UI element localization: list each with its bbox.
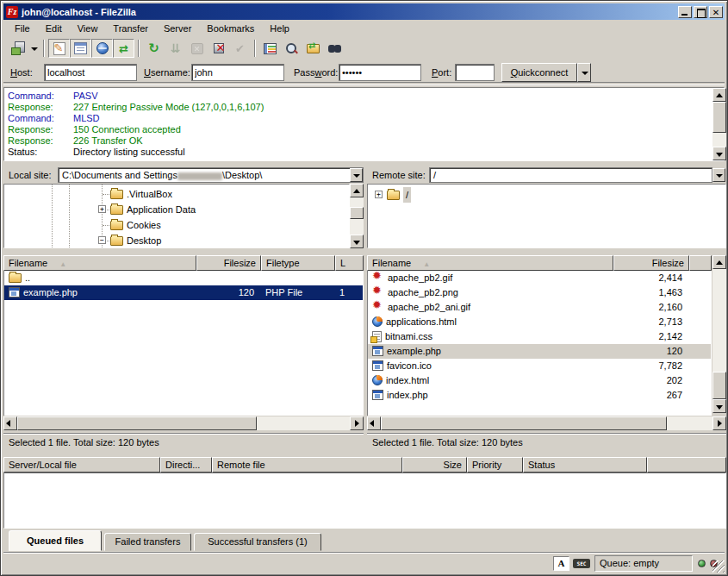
quickconnect-button[interactable]: Quickconnect [501,63,577,82]
filename-text: applications.html [386,316,457,327]
tree-item-cookies[interactable]: Cookies [4,217,349,233]
remote-hscrollbar-thumb[interactable] [381,416,667,430]
tree-item--virtualbox[interactable]: .VirtualBox [4,186,349,202]
port-input[interactable] [455,64,495,81]
local-directory-tree: .VirtualBox+Application DataCookies−Desk… [3,184,350,248]
log-scroll-down-button[interactable] [712,147,726,160]
local-hscroll-left-button[interactable] [3,416,17,430]
remote-list-scroll-down-button[interactable] [712,399,726,413]
menu-item-bookmarks[interactable]: Bookmarks [199,22,262,35]
queue-column-header-size[interactable]: Size [402,457,467,473]
menu-item-file[interactable]: File [7,22,38,35]
menu-item-transfer[interactable]: Transfer [105,22,156,35]
password-input[interactable] [339,64,421,81]
queue-column-header-serverlocalfile[interactable]: Server/Local file [3,457,160,473]
synchronized-browsing-button[interactable] [302,39,324,58]
username-input[interactable] [191,64,284,81]
filesize-cell: 2,142 [614,329,690,344]
column-header-filetype[interactable]: Filetype [261,255,335,271]
column-header-filename[interactable]: Filename▲ [367,255,613,271]
local-tree-toggle-button[interactable] [70,39,91,58]
expand-icon[interactable]: + [98,205,106,213]
log-line: Command:PASV [8,91,724,102]
tree-item-desktop[interactable]: −Desktop [4,233,349,248]
queue-column-header-priority[interactable]: Priority [467,457,523,473]
filename-text: index.php [387,390,428,400]
queue-column-header-status[interactable]: Status [523,457,647,473]
filename-cell: applications.html [368,315,614,329]
file-row-index-php[interactable]: index.php267 [368,388,711,403]
filename-filters-button[interactable] [281,39,302,58]
remote-list-scroll-up-button[interactable] [712,255,726,269]
file-row-example-php[interactable]: example.php120 [368,344,711,359]
file-row-apache-pb2-ani-gif[interactable]: apache_pb2_ani.gif2,160 [368,300,711,315]
column-header-l[interactable]: L [335,255,364,271]
log-scrollbar-thumb[interactable] [712,102,726,133]
filename-cell: favicon.ico [368,359,614,373]
resize-grip[interactable] [712,560,725,573]
site-manager-button[interactable] [7,39,28,58]
menu-item-view[interactable]: View [70,22,106,35]
filename-text: example.php [23,287,78,297]
quickconnect-dropdown[interactable] [577,63,591,82]
tab-successful-transfers-1-[interactable]: Successful transfers (1) [194,533,321,551]
file-row-apache-pb2-png[interactable]: apache_pb2.png1,463 [368,285,711,300]
site-manager-dropdown-button[interactable] [28,39,40,58]
expand-icon[interactable]: + [375,191,383,198]
column-header-filename[interactable]: Filename▲ [3,255,196,271]
remote-hscroll-left-button[interactable] [367,416,381,430]
menu-item-server[interactable]: Server [156,22,199,35]
tree-connector [103,194,109,195]
tree-item-application-data[interactable]: +Application Data [4,202,349,217]
file-row-applications-html[interactable]: applications.html2,713 [368,315,711,329]
remote-tree-toggle-button[interactable] [91,39,113,58]
disconnect-button[interactable] [208,39,229,58]
tab-queued-files[interactable]: Queued files [9,530,102,551]
file-row--[interactable]: .. [4,271,363,285]
transfer-queue-toggle-button[interactable] [113,39,134,58]
queue-column-header-blank[interactable] [647,457,726,473]
log-scroll-up-button[interactable] [712,88,726,102]
process-queue-button[interactable] [165,39,186,58]
local-tree-scroll-down-button[interactable] [350,235,364,248]
maximize-button[interactable] [694,6,707,18]
minimize-button[interactable] [678,6,692,18]
file-row-bitnami-css[interactable]: bitnami.css2,142 [368,329,711,344]
host-label: Host: [10,67,33,78]
refresh-button[interactable] [143,39,165,58]
close-button[interactable] [709,6,723,18]
host-input[interactable] [44,64,137,81]
menu-item-edit[interactable]: Edit [38,22,70,35]
queue-column-header-directi[interactable]: Directi... [160,457,212,473]
column-header-filesize[interactable]: Filesize [613,255,689,271]
local-tree-scroll-up-button[interactable] [350,184,364,197]
file-row-apache-pb2-gif[interactable]: apache_pb2.gif2,414 [368,271,711,285]
collapse-icon[interactable]: − [98,236,106,244]
file-row-example-php[interactable]: example.php120PHP File1 [4,285,363,300]
tab-failed-transfers[interactable]: Failed transfers [104,533,191,551]
log-view-toggle-button[interactable] [48,39,70,58]
remote-list-scrollbar-thumb[interactable] [712,372,726,399]
column-header-filesize[interactable]: Filesize [196,255,261,271]
lastmodified-cell [336,271,364,285]
remote-site-header: Remote site: / [367,166,726,184]
local-tree-scrollbar-thumb[interactable] [350,207,364,219]
find-files-button[interactable] [324,39,345,58]
local-site-combo[interactable]: C:\Documents and Settings\Desktop\ [58,167,364,183]
transfer-type-indicator-icon[interactable]: A [553,556,569,571]
queue-column-header-remotefile[interactable]: Remote file [212,457,402,473]
file-row-favicon-ico[interactable]: favicon.ico7,782 [368,359,711,373]
remote-hscroll-right-button[interactable] [712,416,726,430]
menu-item-help[interactable]: Help [262,22,297,35]
column-header-blank[interactable] [689,255,712,271]
remote-site-combo[interactable]: / [429,167,712,183]
file-row-index-html[interactable]: index.html202 [368,373,711,388]
tree-item-root[interactable]: +/ [368,187,725,203]
local-site-combo-dropdown[interactable] [350,168,363,182]
cancel-button[interactable] [186,39,208,58]
reconnect-button[interactable] [229,39,251,58]
directory-comparison-button[interactable] [259,39,281,58]
remote-site-combo-dropdown[interactable] [712,168,725,182]
local-hscrollbar-thumb[interactable] [17,416,257,430]
local-hscroll-right-button[interactable] [350,416,364,430]
